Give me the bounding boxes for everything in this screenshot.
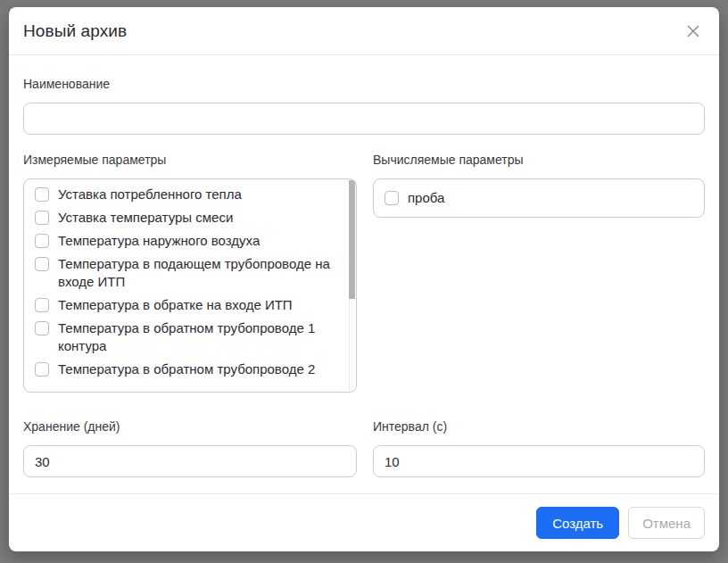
- dialog-header: Новый архив: [9, 7, 719, 55]
- interval-seconds-input[interactable]: [373, 445, 705, 477]
- measured-parameter-option[interactable]: Температура в подающем трубопроводе на в…: [24, 253, 356, 294]
- measured-parameter-option[interactable]: Уставка температуры смеси: [24, 206, 356, 229]
- parameter-option-label: Температура в подающем трубопроводе на в…: [58, 255, 338, 291]
- parameter-option-label: Температура наружного воздуха: [58, 232, 260, 250]
- measured-parameter-option[interactable]: Уставка потребленного тепла: [24, 183, 356, 206]
- parameter-option-label: Температура в обратном трубопроводе 2: [58, 360, 315, 378]
- parameters-row: Измеряемые параметры Уставка потребленно…: [23, 153, 705, 393]
- scrollbar-thumb[interactable]: [349, 180, 355, 299]
- calculated-parameters-listbox[interactable]: проба: [373, 178, 705, 218]
- checkbox-icon[interactable]: [35, 298, 49, 312]
- measured-parameter-option[interactable]: Температура наружного воздуха: [24, 229, 356, 253]
- dialog-body: Наименование Измеряемые параметры Уставк…: [9, 55, 719, 493]
- close-icon: [684, 22, 702, 40]
- checkbox-icon[interactable]: [35, 321, 49, 335]
- name-input[interactable]: [23, 103, 705, 135]
- storage-days-input[interactable]: [23, 445, 357, 477]
- cancel-button[interactable]: Отмена: [628, 507, 705, 539]
- parameter-option-label: Температура в обратном трубопроводе 1 ко…: [58, 319, 338, 355]
- parameter-option-label: проба: [408, 189, 444, 207]
- storage-days-label: Хранение (дней): [23, 419, 357, 435]
- create-button[interactable]: Создать: [536, 507, 619, 539]
- measured-parameters-listbox[interactable]: Уставка потребленного теплаУставка темпе…: [23, 178, 357, 393]
- interval-column: Интервал (с): [373, 419, 705, 477]
- close-button[interactable]: [682, 21, 704, 42]
- dialog-footer: Создать Отмена: [9, 493, 719, 551]
- measured-parameter-option[interactable]: Температура в обратном трубопроводе 1 ко…: [24, 317, 356, 358]
- calculated-parameters-list: проба: [374, 179, 704, 217]
- measured-parameter-option[interactable]: Температура в обратке на входе ИТП: [24, 294, 356, 317]
- storage-column: Хранение (дней): [23, 419, 357, 477]
- measured-parameters-list: Уставка потребленного теплаУставка темпе…: [24, 179, 356, 392]
- checkbox-icon[interactable]: [35, 362, 49, 377]
- calculated-parameters-column: Вычисляемые параметры проба: [373, 153, 705, 393]
- parameter-option-label: Уставка температуры смеси: [58, 209, 233, 227]
- measured-parameters-label: Измеряемые параметры: [23, 153, 357, 168]
- dialog-title: Новый архив: [23, 21, 127, 41]
- calculated-parameter-option[interactable]: проба: [374, 179, 704, 217]
- checkbox-icon[interactable]: [35, 257, 49, 271]
- listbox-scrollbar[interactable]: [349, 180, 355, 391]
- modal-backdrop: Новый архив Наименование Измеряемые пара…: [0, 0, 728, 563]
- measured-parameter-option[interactable]: Температура в обратном трубопроводе 2: [24, 358, 356, 381]
- measured-parameters-column: Измеряемые параметры Уставка потребленно…: [23, 153, 357, 393]
- checkbox-icon[interactable]: [35, 211, 49, 225]
- checkbox-icon[interactable]: [35, 234, 49, 248]
- checkbox-icon[interactable]: [35, 187, 49, 202]
- calculated-parameters-label: Вычисляемые параметры: [373, 153, 705, 168]
- interval-seconds-label: Интервал (с): [373, 419, 705, 435]
- settings-row: Хранение (дней) Интервал (с): [23, 419, 705, 477]
- parameter-option-label: Температура в обратке на входе ИТП: [58, 296, 293, 314]
- new-archive-dialog: Новый архив Наименование Измеряемые пара…: [9, 7, 719, 551]
- checkbox-icon[interactable]: [385, 191, 399, 205]
- parameter-option-label: Уставка потребленного тепла: [58, 186, 242, 203]
- name-field-label: Наименование: [23, 77, 705, 92]
